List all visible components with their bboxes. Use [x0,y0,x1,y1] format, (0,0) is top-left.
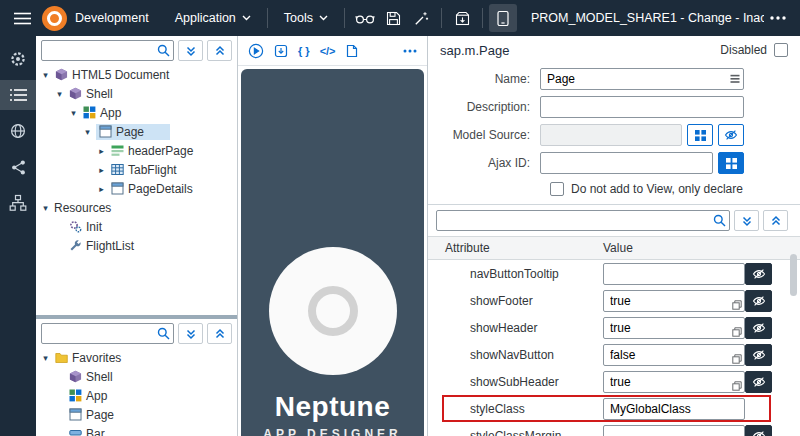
attribute-row-showheader: showHeader [428,314,800,341]
ajax-id-input[interactable] [540,152,713,174]
tools-menu[interactable]: Tools [274,0,338,36]
outline-list-icon[interactable] [0,80,36,110]
eye-crossed-icon [752,348,766,362]
bind-copy-icon[interactable] [732,381,742,391]
favorites-search-bar [36,319,237,348]
hierarchy-icon[interactable] [0,188,36,218]
expand-all-button[interactable] [178,323,203,344]
application-menu[interactable]: Application [165,0,261,36]
more-icon[interactable] [403,49,417,53]
name-input[interactable] [540,68,744,90]
attribute-name: showSubHeader [428,375,603,389]
neptune-logo-icon[interactable] [42,6,67,31]
bar-icon [68,427,83,436]
expand-all-button[interactable] [734,210,759,231]
eye-crossed-icon [752,321,766,335]
declare-checkbox[interactable] [550,182,564,196]
tree-item-fav-bar[interactable]: Bar [36,424,237,436]
bind-copy-icon[interactable] [732,354,742,364]
expand-arrow[interactable]: ▾ [54,89,65,99]
tree-item-pagedetails[interactable]: ▸ PageDetails [36,179,237,198]
attributes-search-input[interactable] [436,210,730,231]
attribute-value-input[interactable] [603,371,745,393]
header-bars-icon [110,144,125,158]
collapse-all-button[interactable] [207,40,232,61]
tree-item-fav-page[interactable]: Page [36,405,237,424]
tree-item-fav-shell[interactable]: Shell [36,367,237,386]
neptune-splash-logo [269,247,397,375]
settings-gear-icon[interactable] [0,44,36,74]
tree-item-html5-document[interactable]: ▾ HTML5 Document [36,65,237,84]
divider [267,8,268,28]
expand-arrow[interactable]: ▸ [96,165,107,175]
collapse-all-button[interactable] [207,323,232,344]
eye-crossed-icon [752,429,766,436]
export-icon[interactable] [274,44,288,58]
tree-item-init[interactable]: Init [36,217,237,236]
preview-glasses-icon[interactable] [351,4,379,32]
expand-arrow[interactable]: ▸ [96,184,107,194]
model-source-label: Model Source: [440,128,540,142]
attribute-value-input[interactable] [603,290,745,312]
name-label: Name: [440,72,540,86]
attributes-search-bar [428,204,800,236]
attribute-value-input[interactable] [603,344,745,366]
expand-arrow[interactable]: ▾ [40,203,51,213]
collapse-all-button[interactable] [763,210,788,231]
model-source-visibility-button[interactable] [718,124,744,146]
file-icon[interactable] [346,44,358,58]
tree-item-flightlist[interactable]: FlightList [36,236,237,255]
ajax-id-button[interactable] [718,152,744,174]
visibility-button[interactable] [745,425,772,436]
description-field-row: Description: [440,96,788,118]
menu-icon[interactable] [8,4,36,32]
wand-icon[interactable] [407,4,435,32]
save-icon[interactable] [379,4,407,32]
expand-arrow[interactable]: ▸ [96,146,107,156]
globe-icon[interactable] [0,116,36,146]
visibility-button[interactable] [745,317,772,339]
disabled-checkbox[interactable] [774,43,788,57]
attribute-value-input[interactable] [603,317,745,339]
expand-arrow[interactable]: ▾ [82,127,93,137]
tree-item-page[interactable]: ▾ Page [36,122,237,141]
expand-arrow[interactable]: ▾ [40,70,51,80]
visibility-button[interactable] [745,263,772,285]
run-icon[interactable] [248,43,264,59]
bind-copy-icon[interactable] [732,327,742,337]
expand-all-button[interactable] [178,40,203,61]
visibility-button[interactable] [745,371,772,393]
tree-item-headerpage[interactable]: ▸ headerPage [36,141,237,160]
visibility-button[interactable] [745,344,772,366]
selected-tree-item[interactable]: Page [96,124,170,140]
model-source-browse-button[interactable] [687,124,713,146]
favorites-search-input[interactable] [41,323,174,344]
bind-copy-icon[interactable] [732,300,742,310]
outline-search-input[interactable] [41,40,174,61]
tree-item-fav-app[interactable]: App [36,386,237,405]
device-preview-icon[interactable] [489,4,517,32]
attribute-value-input[interactable] [603,263,745,285]
tree-item-label: Bar [86,427,105,436]
tree-item-resources[interactable]: ▾ Resources [36,198,237,217]
tree-item-tabflight[interactable]: ▸ TabFlight [36,160,237,179]
expand-arrow[interactable]: ▾ [68,108,79,118]
device-preview[interactable]: Neptune APP DESIGNER [241,69,424,436]
attribute-value-input[interactable] [603,425,745,436]
share-icon[interactable] [0,152,36,182]
visibility-button[interactable] [745,290,772,312]
page-icon [68,408,83,422]
braces-icon[interactable]: { } [298,45,310,57]
tree-item-app[interactable]: ▾ App [36,103,237,122]
description-input[interactable] [540,96,744,118]
overflow-menu-icon[interactable] [764,4,792,32]
code-icon[interactable]: </> [320,45,336,57]
tree-item-shell[interactable]: ▾ Shell [36,84,237,103]
value-help-icon[interactable] [730,74,740,84]
attribute-value-input[interactable] [603,398,745,420]
scrollbar-thumb[interactable] [790,254,797,296]
attribute-name: showHeader [428,321,603,335]
expand-arrow[interactable]: ▾ [40,353,51,363]
deploy-icon[interactable] [448,4,476,32]
tree-item-favorites[interactable]: ▾ Favorites [36,348,237,367]
